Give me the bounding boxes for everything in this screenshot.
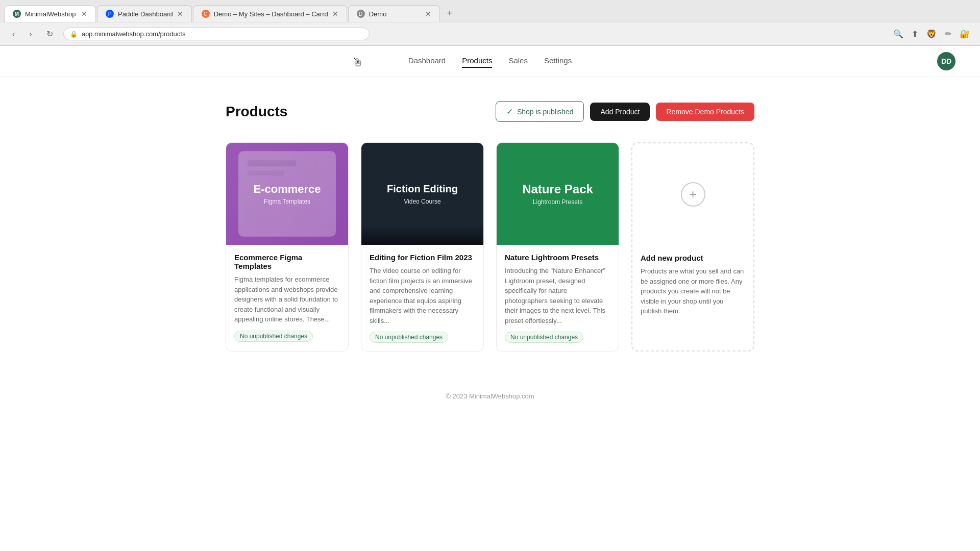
page-header: Products ✓ Shop is published Add Product… xyxy=(226,101,754,122)
reload-button[interactable]: ↻ xyxy=(42,27,57,41)
product-info-ecommerce: Ecommerce Figma Templates Figma template… xyxy=(226,245,348,350)
product-card-fiction[interactable]: Fiction Editing Video Course Editing for… xyxy=(361,142,484,352)
footer: © 2023 MinimalWebshop.com xyxy=(0,376,980,416)
add-product-title: Add new product xyxy=(641,254,745,262)
tab-label-paddle: Paddle Dashboard xyxy=(118,10,173,18)
nature-content: Nature Pack Lightroom Presets xyxy=(522,182,593,206)
tab-favicon-mws: M xyxy=(13,10,21,18)
footer-text: © 2023 MinimalWebshop.com xyxy=(446,392,534,400)
app-nav: Dashboard Products Sales Settings 🖱 DD xyxy=(0,46,980,77)
new-tab-button[interactable]: + xyxy=(441,4,459,23)
products-grid: E-commerce Figma Templates Ecommerce Fig… xyxy=(226,142,754,352)
product-image-ecommerce: E-commerce Figma Templates xyxy=(226,143,348,245)
main-content: Products ✓ Shop is published Add Product… xyxy=(209,77,771,376)
header-actions: ✓ Shop is published Add Product Remove D… xyxy=(496,101,754,122)
search-browser-button[interactable]: 🔍 xyxy=(891,27,905,41)
share-button[interactable]: ⬆ xyxy=(910,27,920,41)
tab-close-paddle[interactable]: ✕ xyxy=(177,10,183,18)
nature-background: Nature Pack Lightroom Presets xyxy=(497,143,619,245)
nav-link-sales[interactable]: Sales xyxy=(508,54,528,68)
fiction-title: Fiction Editing xyxy=(387,183,458,195)
tab-favicon-paddle: P xyxy=(106,10,114,18)
tab-close-carrd[interactable]: ✕ xyxy=(332,10,338,18)
nature-subtitle: Lightroom Presets xyxy=(522,198,593,206)
nav-link-dashboard[interactable]: Dashboard xyxy=(408,54,446,68)
product-info-fiction: Editing for Fiction Film 2023 The video … xyxy=(361,245,483,351)
ecommerce-label: E-commerce Figma Templates xyxy=(253,183,321,205)
forward-button[interactable]: › xyxy=(25,28,36,41)
film-strip-decoration xyxy=(361,224,483,245)
product-image-nature: Nature Pack Lightroom Presets xyxy=(497,143,619,245)
fiction-content: Fiction Editing Video Course xyxy=(387,183,458,205)
nav-links: Dashboard Products Sales Settings xyxy=(408,54,572,68)
product-name-nature: Nature Lightroom Presets xyxy=(505,253,610,262)
brave-shield-button[interactable]: 🦁 xyxy=(924,27,939,41)
fiction-subtitle: Video Course xyxy=(387,198,458,205)
product-badge-ecommerce: No unpublished changes xyxy=(234,331,313,342)
product-desc-fiction: The video course on editing for fiction … xyxy=(370,266,475,325)
check-icon: ✓ xyxy=(506,107,513,116)
cursor-pointer: 🖱 xyxy=(352,56,363,69)
browser-nav-bar: ‹ › ↻ 🔒 app.minimalwebshop.com/products … xyxy=(0,23,980,45)
add-product-button[interactable]: Add Product xyxy=(590,103,650,121)
fiction-background: Fiction Editing Video Course xyxy=(361,143,483,245)
product-name-fiction: Editing for Fiction Film 2023 xyxy=(370,253,475,262)
plus-circle-icon: + xyxy=(681,182,705,207)
tab-label-demo: Demo xyxy=(369,10,387,18)
product-badge-fiction: No unpublished changes xyxy=(370,332,448,343)
add-product-desc: Products are what you sell and can be as… xyxy=(641,266,745,316)
address-text: app.minimalwebshop.com/products xyxy=(82,30,186,38)
ecommerce-title: E-commerce xyxy=(253,183,321,196)
product-desc-nature: Introducing the "Nature Enhancer" Lightr… xyxy=(505,266,610,325)
product-desc-ecommerce: Figma templates for ecommerce applicatio… xyxy=(234,274,340,324)
ecommerce-background: E-commerce Figma Templates xyxy=(226,143,348,245)
tab-paddle[interactable]: P Paddle Dashboard ✕ xyxy=(97,5,192,22)
ecommerce-subtitle: Figma Templates xyxy=(253,198,321,205)
tab-carrd[interactable]: C Demo – My Sites – Dashboard – Carrd ✕ xyxy=(193,5,347,22)
add-product-info: Add new product Products are what you se… xyxy=(632,245,753,331)
back-button[interactable]: ‹ xyxy=(8,28,19,41)
nature-title: Nature Pack xyxy=(522,182,593,196)
add-icon-area: + xyxy=(632,143,753,245)
tab-demo[interactable]: D Demo ✕ xyxy=(348,5,440,22)
add-product-card[interactable]: + Add new product Products are what you … xyxy=(631,142,754,352)
page-title: Products xyxy=(226,104,287,120)
product-card-ecommerce[interactable]: E-commerce Figma Templates Ecommerce Fig… xyxy=(226,142,349,352)
product-image-fiction: Fiction Editing Video Course xyxy=(361,143,483,245)
tab-bar: M MinimalWebshop ✕ P Paddle Dashboard ✕ … xyxy=(0,0,980,23)
address-bar[interactable]: 🔒 app.minimalwebshop.com/products xyxy=(63,28,370,40)
remove-demo-button[interactable]: Remove Demo Products xyxy=(656,103,754,121)
vpn-button[interactable]: 🔐 xyxy=(958,27,972,41)
product-badge-nature: No unpublished changes xyxy=(505,332,583,343)
security-lock-icon: 🔒 xyxy=(70,31,78,38)
product-card-nature[interactable]: Nature Pack Lightroom Presets Nature Lig… xyxy=(496,142,619,352)
tab-favicon-carrd: C xyxy=(202,10,210,18)
tab-minimalwebshop[interactable]: M MinimalWebshop ✕ xyxy=(4,5,96,22)
tab-label-mws: MinimalWebshop xyxy=(25,10,76,18)
browser-actions: 🔍 ⬆ 🦁 ✏ 🔐 xyxy=(891,27,972,41)
tab-label-carrd: Demo – My Sites – Dashboard – Carrd xyxy=(214,10,328,18)
nav-link-settings[interactable]: Settings xyxy=(544,54,572,68)
tab-favicon-demo: D xyxy=(357,10,365,18)
avatar: DD xyxy=(937,52,955,70)
nav-link-products[interactable]: Products xyxy=(462,54,492,68)
tab-close-demo[interactable]: ✕ xyxy=(425,10,431,18)
browser-chrome: M MinimalWebshop ✕ P Paddle Dashboard ✕ … xyxy=(0,0,980,46)
product-info-nature: Nature Lightroom Presets Introducing the… xyxy=(497,245,619,351)
shop-published-button[interactable]: ✓ Shop is published xyxy=(496,101,584,122)
shop-published-label: Shop is published xyxy=(517,108,574,116)
extensions-button[interactable]: ✏ xyxy=(943,27,953,41)
tab-close-mws[interactable]: ✕ xyxy=(81,10,87,18)
product-name-ecommerce: Ecommerce Figma Templates xyxy=(234,253,340,270)
